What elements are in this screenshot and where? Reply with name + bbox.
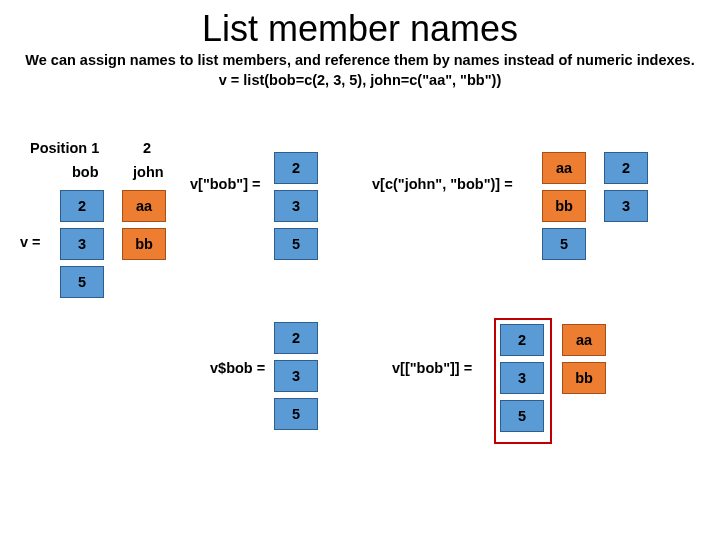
name-john: john [133, 164, 164, 180]
r2-bob-cell: 2 [604, 152, 648, 184]
r1-cell: 5 [274, 228, 318, 260]
r4-john-cell: bb [562, 362, 606, 394]
r1-cell: 2 [274, 152, 318, 184]
r3-cell: 2 [274, 322, 318, 354]
r2-john-cell: aa [542, 152, 586, 184]
left-bob-cell: 5 [60, 266, 104, 298]
r2-bob-cell: 5 [542, 228, 586, 260]
r3-cell: 3 [274, 360, 318, 392]
code-definition: v = list(bob=c(2, 3, 5), john=c("aa", "b… [0, 72, 720, 88]
r4-bob-cell: 3 [500, 362, 544, 394]
left-bob-cell: 2 [60, 190, 104, 222]
subtitle: We can assign names to list members, and… [0, 52, 720, 68]
position-1-label: Position 1 [30, 140, 99, 156]
left-john-cell: aa [122, 190, 166, 222]
v-equals-label: v = [20, 234, 41, 250]
r4-bob-cell: 5 [500, 400, 544, 432]
expr-v-dollar-bob: v$bob = [210, 360, 265, 376]
expr-v-dblbracket-bob: v[["bob"]] = [392, 360, 472, 376]
r3-cell: 5 [274, 398, 318, 430]
expr-v-c-john-bob: v[c("john", "bob")] = [372, 176, 513, 192]
r1-cell: 3 [274, 190, 318, 222]
left-bob-cell: 3 [60, 228, 104, 260]
position-2-label: 2 [143, 140, 151, 156]
left-john-cell: bb [122, 228, 166, 260]
r2-john-cell: bb [542, 190, 586, 222]
r4-bob-cell: 2 [500, 324, 544, 356]
r4-john-cell: aa [562, 324, 606, 356]
expr-v-bracket-bob: v["bob"] = [190, 176, 261, 192]
r2-bob-cell: 3 [604, 190, 648, 222]
page-title: List member names [0, 8, 720, 50]
name-bob: bob [72, 164, 99, 180]
